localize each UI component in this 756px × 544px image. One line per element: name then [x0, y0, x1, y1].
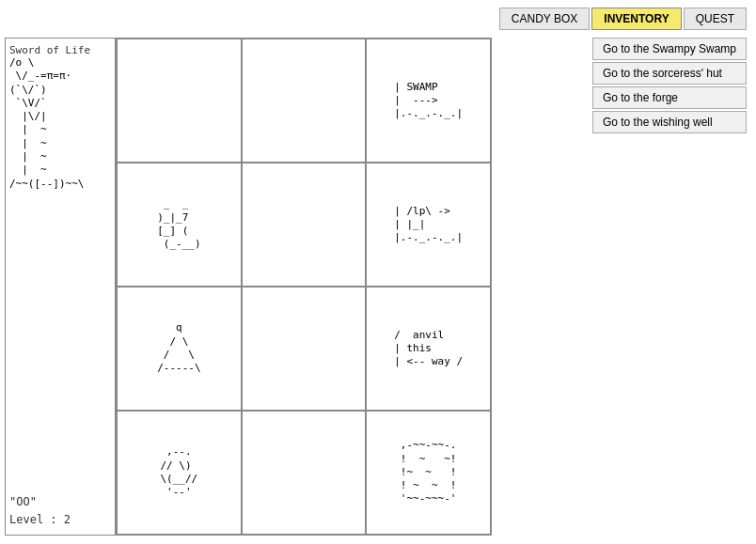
cell-2-1: _ _ )_|_7 [_] ( (_-__) [117, 163, 242, 287]
level-info: "OO" Level : 2 [9, 493, 111, 529]
player-art: (`\/`) `\V/` |\/| | ~ | ~ | ~ | ~ /~~([-… [9, 84, 111, 493]
cell-swamp[interactable]: | SWAMP | ---> |.-._.-._.| [366, 39, 491, 163]
well-art: ,-~~-~~-. ! ~ ~! !~ ~ ! ! ~ ~ ! '~~-~~~-… [401, 439, 457, 505]
cell-4-2 [242, 411, 367, 535]
shield-art: ,--. // \) \(__// '--' [160, 445, 197, 499]
quest-item-3[interactable]: Go to the wishing well [592, 111, 747, 133]
cell-1-2 [242, 39, 367, 163]
quest-panel: Go to the Swampy Swamp Go to the sorcere… [592, 38, 747, 133]
cell-4-1: ,--. // \) \(__// '--' [117, 411, 242, 535]
cell-3-2 [242, 287, 367, 411]
swamp-art: | SWAMP | ---> |.-._.-._.| [394, 81, 463, 121]
quest-item-2[interactable]: Go to the forge [592, 86, 747, 109]
quest-button[interactable]: QUEST [684, 8, 747, 30]
sword-art: /o \ \/_-=π=π· [9, 56, 111, 84]
left-panel: Sword of Life /o \ \/_-=π=π· (`\/`) `\V/… [5, 38, 116, 536]
map-grid: | SWAMP | ---> |.-._.-._.| _ _ )_|_7 [_]… [116, 38, 492, 536]
main-area: Sword of Life /o \ \/_-=π=π· (`\/`) `\V/… [5, 38, 492, 536]
quest-item-1[interactable]: Go to the sorceress' hut [592, 62, 747, 85]
triangle-art: q / \ / \ /-----\ [157, 321, 200, 375]
quest-item-0[interactable]: Go to the Swampy Swamp [592, 38, 747, 60]
hp-label: "OO" [9, 493, 111, 511]
cell-lp[interactable]: | /lp\ -> | |_| |.-._.-._.| [366, 163, 491, 287]
level-label: Level : 2 [9, 511, 111, 529]
cell-1-1 [117, 39, 242, 163]
armor-art: _ _ )_|_7 [_] ( (_-__) [157, 197, 200, 251]
lp-art: | /lp\ -> | |_| |.-._.-._.| [394, 205, 463, 245]
cell-well[interactable]: ,-~~-~~-. ! ~ ~! !~ ~ ! ! ~ ~ ! '~~-~~~-… [366, 411, 491, 535]
anvil-art: / anvil | this | <-- way / [394, 329, 463, 369]
inventory-button[interactable]: INVENTORY [591, 8, 681, 30]
sword-label: Sword of Life [9, 44, 111, 56]
candy-box-button[interactable]: CANDY BOX [499, 8, 590, 30]
top-navbar: CANDY BOX INVENTORY QUEST [499, 8, 747, 30]
cell-2-2 [242, 163, 367, 287]
cell-anvil[interactable]: / anvil | this | <-- way / [366, 287, 491, 411]
cell-3-1: q / \ / \ /-----\ [117, 287, 242, 411]
